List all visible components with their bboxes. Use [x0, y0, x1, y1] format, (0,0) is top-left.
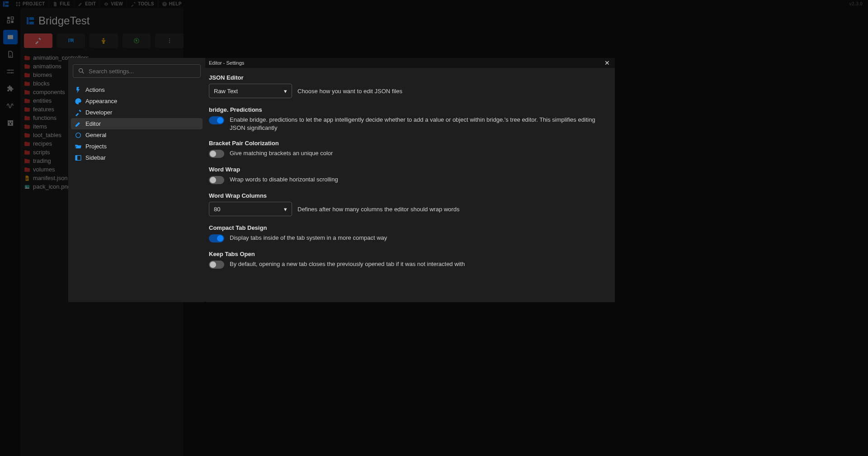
predictions-toggle[interactable] — [209, 116, 224, 124]
svg-point-26 — [79, 69, 83, 72]
setting-json-editor: JSON Editor Raw Text▾ Choose how you wan… — [209, 74, 609, 98]
palette-icon — [75, 98, 82, 105]
settings-close-button[interactable]: ✕ — [603, 59, 611, 67]
compact-tab-toggle[interactable] — [209, 234, 224, 242]
settings-detail-panel: Editor - Settings ✕ JSON Editor Raw Text… — [205, 58, 615, 302]
settings-nav-actions[interactable]: Actions — [71, 84, 203, 95]
svg-line-27 — [82, 72, 84, 73]
settings-panel-header: Editor - Settings ✕ — [205, 58, 615, 68]
json-editor-select[interactable]: Raw Text▾ — [209, 84, 292, 98]
settings-nav-editor[interactable]: Editor — [71, 118, 203, 129]
settings-nav-general[interactable]: General — [71, 129, 203, 141]
setting-word-wrap-columns: Word Wrap Columns 80▾ Defines after how … — [209, 192, 609, 216]
settings-search-field[interactable] — [73, 64, 201, 78]
wrench-icon — [75, 109, 82, 116]
sidebar-icon — [75, 154, 82, 162]
setting-word-wrap: Word Wrap Wrap words to disable horizont… — [209, 166, 609, 184]
svg-rect-30 — [75, 155, 77, 160]
wordwrap-toggle[interactable] — [209, 176, 224, 184]
settings-search-input[interactable] — [89, 68, 196, 75]
setting-bracket-colorization: Bracket Pair Colorization Give matching … — [209, 140, 609, 158]
settings-panel-title: Editor - Settings — [209, 60, 244, 66]
flash-icon — [75, 86, 82, 94]
bracket-toggle[interactable] — [209, 150, 224, 158]
chevron-down-icon: ▾ — [284, 88, 287, 95]
settings-nav-appearance[interactable]: Appearance — [71, 95, 203, 107]
settings-nav-projects[interactable]: Projects — [71, 141, 203, 152]
keep-tabs-toggle[interactable] — [209, 261, 224, 269]
settings-nav-developer[interactable]: Developer — [71, 107, 203, 118]
circle-icon — [75, 132, 82, 139]
setting-keep-tabs: Keep Tabs Open By default, opening a new… — [209, 251, 609, 269]
setting-compact-tab: Compact Tab Design Display tabs inside o… — [209, 224, 609, 242]
search-icon — [78, 67, 85, 75]
chevron-down-icon: ▾ — [284, 206, 287, 213]
svg-point-28 — [76, 133, 81, 138]
settings-nav-panel: Actions Appearance Developer Editor Gene… — [68, 58, 205, 302]
setting-predictions: bridge. Predictions Enable bridge. predi… — [209, 106, 609, 132]
settings-nav-sidebar[interactable]: Sidebar — [71, 152, 203, 163]
settings-nav-list: Actions Appearance Developer Editor Gene… — [68, 84, 205, 163]
pencil-icon — [75, 120, 82, 128]
wrap-columns-select[interactable]: 80▾ — [209, 202, 292, 216]
settings-panel-body: JSON Editor Raw Text▾ Choose how you wan… — [205, 68, 615, 302]
folder-open-icon — [75, 143, 82, 150]
